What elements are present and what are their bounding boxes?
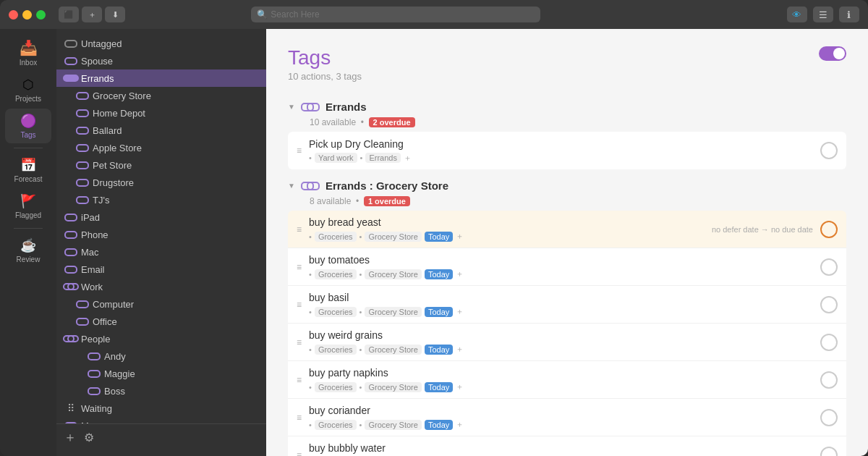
tag-icon-maggie — [88, 368, 100, 379]
task-title: buy bubbly water — [309, 442, 813, 454]
sidebar-item-inbox[interactable]: 📥 Inbox — [5, 35, 51, 71]
sidebar-item-drugstore[interactable]: Drugstore — [56, 174, 266, 191]
add-tag-btn[interactable]: ＋ — [456, 344, 464, 355]
sidebar-item-pet-store[interactable]: Pet Store — [56, 156, 266, 174]
task-title: buy party napkins — [309, 367, 813, 379]
sidebar-item-inside[interactable]: Inside — [56, 452, 266, 456]
tag-icon-ballard — [77, 124, 88, 136]
nav-label-phone: Phone — [81, 229, 258, 240]
task-menu-icon: ≡ — [297, 413, 302, 423]
flagged-icon: 🚩 — [20, 193, 36, 209]
list-button[interactable]: ☰ — [813, 7, 833, 22]
errands-grocery-tag-icon — [301, 181, 320, 191]
back-button[interactable]: ⬛ — [59, 7, 79, 22]
tag-icon-office — [77, 316, 88, 327]
nav-label-grocery-store: Grocery Store — [93, 90, 258, 101]
page-title: Tags — [288, 46, 362, 69]
task-checkbox[interactable] — [820, 409, 838, 426]
sidebar-item-flagged[interactable]: 🚩 Flagged — [5, 189, 51, 224]
sidebar-item-boss[interactable]: Boss — [56, 382, 266, 400]
maximize-button[interactable] — [36, 10, 46, 20]
add-tag-btn[interactable]: ＋ — [456, 306, 464, 317]
sidebar-item-projects[interactable]: ⬡ Projects — [5, 72, 51, 107]
tag-icon-grocery-store — [77, 90, 88, 101]
sidebar-item-tjs[interactable]: TJ's — [56, 191, 266, 208]
collapse-errands[interactable]: ▼ — [288, 103, 295, 111]
task-checkbox[interactable] — [820, 371, 838, 389]
download-button[interactable]: ⬇ — [105, 7, 125, 22]
section-errands-grocery: ▼ Errands : Grocery Store 8 available • … — [288, 175, 846, 456]
projects-icon: ⬡ — [22, 77, 34, 93]
add-tag-btn[interactable]: ＋ — [456, 419, 464, 430]
task-title: buy coriander — [309, 405, 813, 416]
search-bar[interactable]: 🔍 — [251, 7, 540, 22]
info-button[interactable]: ℹ — [839, 7, 859, 22]
minimize-button[interactable] — [22, 10, 32, 20]
task-checkbox[interactable] — [820, 142, 838, 159]
settings-button[interactable]: ⚙ — [84, 431, 94, 444]
sidebar-item-ipad[interactable]: iPad — [56, 208, 266, 226]
sidebar-item-andy[interactable]: Andy — [56, 347, 266, 365]
task-menu-icon: ≡ — [297, 224, 302, 235]
task-tag: Groceries — [315, 269, 357, 279]
task-checkbox[interactable] — [820, 296, 838, 313]
nav-label-apple-store: Apple Store — [93, 143, 258, 153]
task-checkbox[interactable] — [820, 221, 838, 238]
sidebar-item-spouse[interactable]: Spouse — [56, 52, 266, 69]
forecast-label: Forecast — [14, 175, 43, 183]
task-checkbox[interactable] — [820, 447, 838, 457]
task-checkbox[interactable] — [820, 258, 838, 276]
sidebar-item-work[interactable]: Work — [56, 278, 266, 295]
tasks-group-errands-grocery: ≡ buy bread yeast • Groceries • Grocery … — [288, 211, 846, 456]
task-tag-today: Today — [425, 345, 453, 355]
tag-icon-mac — [65, 246, 77, 258]
sidebar-item-grocery-store[interactable]: Grocery Store — [56, 87, 266, 104]
task-checkbox[interactable] — [820, 334, 838, 351]
sidebar-item-mac[interactable]: Mac — [56, 243, 266, 261]
task-tag-today: Today — [425, 382, 453, 392]
sidebar-item-phone[interactable]: Phone — [56, 226, 266, 243]
sidebar-item-waiting[interactable]: ⠿ Waiting — [56, 400, 266, 417]
add-tag-btn[interactable]: ＋ — [456, 269, 464, 279]
sidebar-item-review[interactable]: ☕ Review — [5, 233, 51, 268]
task-content: buy weird grains • Groceries • Grocery S… — [309, 329, 813, 355]
sidebar-item-office[interactable]: Office — [56, 313, 266, 330]
sidebar-item-people[interactable]: People — [56, 330, 266, 347]
add-tag-button[interactable]: ＋ — [64, 428, 77, 446]
sidebar-item-ballard[interactable]: Ballard — [56, 122, 266, 139]
sidebar-item-apple-store[interactable]: Apple Store — [56, 139, 266, 156]
sidebar-item-forecast[interactable]: 📅 Forecast — [5, 153, 51, 187]
tags-icon: 🟣 — [20, 113, 36, 129]
add-tab-button[interactable]: ＋ — [82, 7, 102, 22]
add-tag-btn[interactable]: ＋ — [404, 153, 412, 164]
sidebar-item-maggie[interactable]: Maggie — [56, 365, 266, 382]
task-content: buy tomatoes • Groceries • Grocery Store… — [309, 254, 813, 279]
sidebar-item-errands[interactable]: Errands — [56, 69, 266, 87]
tag-icon-tjs — [77, 194, 88, 206]
sidebar-item-computer[interactable]: Computer — [56, 295, 266, 313]
collapse-errands-grocery[interactable]: ▼ — [288, 182, 295, 190]
search-input[interactable] — [271, 9, 535, 20]
sidebar-item-untagged[interactable]: Untagged — [56, 35, 266, 52]
nav-label-ballard: Ballard — [93, 125, 258, 136]
sidebar-item-tags[interactable]: 🟣 Tags — [5, 109, 51, 143]
view-button[interactable]: 👁 — [787, 7, 807, 22]
nav-label-tjs: TJ's — [93, 195, 258, 206]
add-tag-btn[interactable]: ＋ — [456, 381, 464, 392]
page-header: Tags 10 actions, 3 tags — [288, 46, 846, 82]
sidebar-item-home-depot[interactable]: Home Depot — [56, 104, 266, 122]
available-count-errands: 10 available — [310, 117, 356, 127]
main-layout: 📥 Inbox ⬡ Projects 🟣 Tags 📅 Forecast 🚩 F… — [0, 29, 868, 456]
sidebar-item-email[interactable]: Email — [56, 261, 266, 278]
nav-label-pet-store: Pet Store — [93, 160, 258, 171]
nav-label-boss: Boss — [104, 386, 258, 397]
available-count-errands-grocery: 8 available — [310, 196, 351, 206]
add-tag-btn[interactable]: ＋ — [456, 231, 464, 242]
toggle-switch[interactable] — [819, 46, 846, 61]
review-icon: ☕ — [20, 237, 36, 253]
close-button[interactable] — [9, 10, 18, 20]
task-tag: Groceries — [315, 232, 357, 242]
content-area: Tags 10 actions, 3 tags ▼ Errands 10 a — [266, 29, 868, 456]
overdue-badge-errands: 2 overdue — [369, 117, 415, 127]
task-tag: Groceries — [315, 307, 357, 317]
